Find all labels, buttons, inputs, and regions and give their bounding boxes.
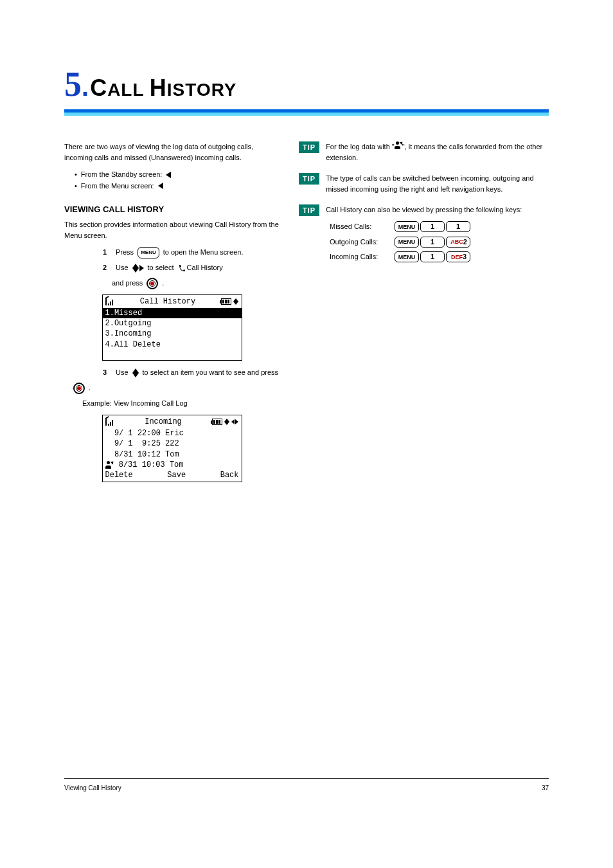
example-label: Example: View Incoming Call Log [82, 398, 280, 409]
forwarded-person-icon [105, 461, 113, 469]
menu-key-icon: MENU [395, 221, 419, 232]
screen2-row-1: 9/ 1 22:00 Eric [103, 428, 242, 439]
bullet-standby: From the Standby screen: [75, 169, 280, 181]
page-number: 37 [542, 784, 549, 791]
nav-udr-icon [132, 264, 144, 273]
softkey-save: Save [167, 470, 186, 480]
left-arrow-icon [166, 172, 171, 178]
softkey-delete: Delete [105, 470, 133, 480]
intro-paragraph: There are two ways of viewing the log da… [64, 141, 280, 163]
bullet-1-text: From the Standby screen: [75, 169, 162, 181]
step2-c: Call History [178, 262, 223, 274]
menu-key-icon: MENU [395, 251, 419, 262]
step2-d: and press [112, 278, 143, 289]
key-1-icon: 1 [446, 221, 470, 232]
step3-b: to select an item you want to see and pr… [143, 367, 279, 379]
key-3-icon: DEF3 [446, 251, 470, 262]
tip1-text: For the log data with "", it means the c… [326, 141, 549, 163]
battery-icon [221, 298, 231, 305]
bullet-menu: From the Menu screen: [75, 181, 280, 192]
chapter-dot: . [82, 73, 89, 102]
tip-1: TIP For the log data with "", it means t… [299, 141, 549, 163]
softkeys: Delete Save Back [103, 470, 242, 482]
screen2-title: Incoming [145, 417, 182, 427]
step2-b: to select [148, 262, 174, 274]
step3-a: Use [116, 367, 129, 379]
section-viewing: VIEWING CALL HISTORY [64, 204, 280, 214]
viewing-desc: This section provides information about … [64, 219, 280, 240]
step-3: 3 Use to select an item you want to see … [103, 367, 280, 379]
forwarded-person-icon [395, 141, 402, 149]
step-3-cont: . [73, 383, 280, 394]
screen2-row-4: 8/31 10:03 Tom [103, 460, 242, 470]
missed-label: Missed Calls: [330, 221, 391, 233]
center-button-icon [147, 278, 158, 289]
screen-incoming: Incoming 9/ 1 22:00 Eric 9/ 1 9:25 222 8… [102, 415, 242, 482]
nav-ud-icon [132, 368, 139, 377]
bullet-2-text: From the Menu screen: [75, 181, 154, 192]
tip-badge: TIP [299, 141, 319, 153]
footer-text: Viewing Call History [64, 784, 121, 791]
outgoing-label: Outgoing Calls: [330, 237, 391, 248]
signal-icon [105, 298, 114, 305]
row2-text: 9/ 1 9:25 222 [105, 439, 179, 449]
tip-badge: TIP [299, 204, 319, 216]
scroll-ud-icon [224, 419, 229, 425]
step2-e: . [162, 278, 164, 289]
scroll-ud-icon [233, 298, 238, 305]
key-1-icon: 1 [420, 237, 445, 248]
tip3-text: Call History can also be viewed by press… [326, 204, 522, 215]
screen1-item-3: 3.Incoming [103, 329, 242, 339]
row4-text: 8/31 10:03 Tom [114, 460, 184, 470]
tip2-text: The type of calls can be switched betwee… [326, 173, 549, 194]
footer-divider [64, 778, 549, 779]
key-1-icon: 1 [420, 251, 445, 262]
tip-3: TIP Call History can also be viewed by p… [299, 204, 549, 267]
step-2-cont: and press . [112, 278, 280, 289]
tip-badge: TIP [299, 173, 319, 185]
key-1-icon: 1 [420, 221, 445, 232]
row1-text: 9/ 1 22:00 Eric [105, 428, 184, 439]
chapter-heading: 5 . CALL HISTORY [64, 64, 549, 104]
chapter-number: 5 [64, 64, 82, 104]
softkey-back: Back [220, 470, 239, 480]
cap-c: C [90, 75, 107, 101]
center-button-icon [73, 383, 85, 394]
menu-key-icon: MENU [138, 247, 159, 258]
battery-icon [212, 419, 222, 425]
tip-2: TIP The type of calls can be switched be… [299, 173, 549, 194]
rest1: ALL [107, 80, 150, 100]
screen1-item-2: 2.Outgoing [103, 318, 242, 329]
divider [64, 109, 549, 116]
screen1-item-1: 1.Missed [103, 308, 242, 318]
step3-c: . [89, 383, 91, 394]
rest2: ISTORY [167, 80, 237, 100]
screen-call-history: Call History 1.Missed 2.Outgoing 3.Incom… [102, 294, 242, 361]
screen1-title: Call History [140, 296, 195, 307]
left-arrow-icon [158, 183, 163, 189]
screen2-row-2: 9/ 1 9:25 222 [103, 439, 242, 449]
shortcut-missed: Missed Calls: MENU 1 1 [330, 221, 470, 233]
step2-a: Use [116, 262, 129, 274]
incoming-label: Incoming Calls: [330, 251, 391, 263]
chapter-title-text: CALL HISTORY [90, 75, 236, 102]
scroll-lr-icon [231, 419, 238, 424]
row3-text: 8/31 10:12 Tom [105, 449, 179, 460]
shortcut-incoming: Incoming Calls: MENU 1 DEF3 [330, 251, 470, 263]
screen2-row-3: 8/31 10:12 Tom [103, 449, 242, 460]
menu-key-icon: MENU [395, 237, 419, 248]
step1-a: Press [116, 247, 134, 258]
key-2-icon: ABC2 [446, 237, 470, 248]
step-2: 2 Use to select Call History [103, 262, 280, 274]
shortcut-outgoing: Outgoing Calls: MENU 1 ABC2 [330, 237, 470, 248]
call-history-label: Call History [187, 262, 223, 274]
cap-h: H [150, 75, 167, 101]
phone-icon [178, 264, 186, 272]
signal-icon [105, 418, 114, 426]
step1-b: to open the Menu screen. [163, 247, 244, 258]
step-1: 1 Press MENU to open the Menu screen. [103, 247, 280, 258]
screen1-item-4: 4.All Delete [103, 339, 242, 350]
